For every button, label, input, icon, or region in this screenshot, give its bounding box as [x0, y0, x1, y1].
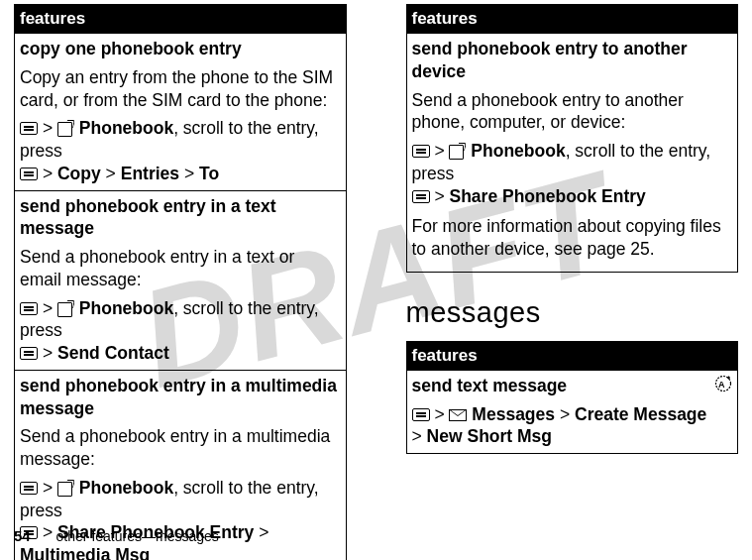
feature-title: send text message — [412, 375, 715, 397]
page-content: features copy one phonebook entry Copy a… — [14, 0, 738, 560]
feature-cell: copy one phonebook entry Copy an entry f… — [15, 34, 347, 191]
nav-item: Messages — [472, 404, 555, 424]
feature-nav-line2: > Send Contact — [20, 342, 341, 365]
gt-separator: > — [434, 404, 444, 424]
table-header: features — [406, 5, 738, 34]
nav-item: Share Phonebook Entry — [57, 522, 254, 542]
feature-nav-line1: > Phonebook, scroll to the entry, press — [412, 140, 733, 185]
feature-cell: send text message > Messages > Create Me… — [406, 370, 738, 453]
phonebook-icon — [57, 122, 74, 136]
menu-key-icon — [20, 302, 38, 315]
feature-cell: send phonebook entry to another device S… — [406, 34, 738, 273]
nav-item: New Short Msg — [427, 426, 552, 446]
menu-key-icon — [20, 526, 38, 539]
feature-nav-line2: > New Short Msg — [412, 425, 715, 448]
menu-key-icon — [20, 122, 38, 135]
gt-separator: > — [43, 522, 53, 542]
nav-item: Copy — [57, 164, 101, 183]
feature-cell: send phonebook entry in a multimedia mes… — [15, 370, 347, 560]
feature-title: send phonebook entry in a text message — [20, 195, 341, 241]
gt-separator: > — [43, 164, 53, 183]
section-heading: messages — [406, 296, 739, 329]
feature-nav-line2: > Share Phonebook Entry > Multimedia Msg — [20, 521, 341, 560]
gt-separator: > — [434, 141, 444, 161]
nav-item: Entries — [121, 164, 179, 183]
nav-item: Share Phonebook Entry — [449, 186, 645, 206]
nav-item: Phonebook — [79, 478, 173, 498]
right-column: features send phonebook entry to another… — [406, 4, 739, 560]
gt-separator: > — [259, 522, 269, 542]
gt-separator: > — [560, 404, 570, 424]
nav-item: Create Message — [575, 404, 706, 424]
gt-separator: > — [43, 478, 53, 498]
menu-key-icon — [412, 408, 430, 421]
nav-item: Multimedia Msg — [20, 545, 150, 560]
feature-nav-line2: > Share Phonebook Entry — [412, 185, 733, 208]
feature-title: send phonebook entry to another device — [412, 38, 733, 83]
feature-nav-line1: > Phonebook, scroll to the entry, press — [20, 477, 341, 522]
features-table-left: features copy one phonebook entry Copy a… — [14, 4, 347, 560]
gt-separator: > — [412, 426, 422, 446]
feature-cell: send phonebook entry in a text message S… — [15, 190, 347, 370]
features-table-right-top: features send phonebook entry to another… — [406, 4, 739, 273]
nav-item: Send Contact — [57, 343, 169, 363]
gt-separator: > — [434, 186, 444, 206]
feature-body: Copy an entry from the phone to the SIM … — [20, 66, 341, 112]
left-column: features copy one phonebook entry Copy a… — [14, 4, 347, 560]
nav-item: Phonebook — [471, 141, 565, 161]
envelope-icon — [449, 409, 467, 421]
gt-separator: > — [43, 343, 53, 363]
feature-body: Send a phonebook entry to another phone,… — [412, 89, 733, 135]
features-table-right-bottom: features send text message > Messages > … — [406, 341, 739, 454]
feature-body: Send a phonebook entry in a text or emai… — [20, 246, 341, 291]
feature-nav-line1: > Phonebook, scroll to the entry, press — [20, 297, 341, 343]
table-header: features — [15, 5, 347, 34]
gt-separator: > — [43, 118, 53, 138]
menu-key-icon — [20, 347, 38, 360]
operator-charge-icon — [714, 375, 732, 392]
gt-separator: > — [184, 164, 194, 183]
feature-title: send phonebook entry in a multimedia mes… — [20, 375, 341, 420]
nav-item: To — [199, 164, 219, 183]
menu-key-icon — [20, 482, 38, 495]
phonebook-icon — [57, 302, 74, 316]
menu-key-icon — [20, 168, 38, 180]
feature-nav-line2: > Copy > Entries > To — [20, 163, 341, 185]
gt-separator: > — [106, 164, 116, 183]
table-header: features — [406, 341, 738, 370]
menu-key-icon — [412, 190, 430, 203]
nav-item: Phonebook — [79, 118, 173, 138]
feature-body: Send a phonebook entry in a multimedia m… — [20, 425, 341, 471]
nav-item: Phonebook — [79, 298, 173, 318]
feature-after: For more information about copying files… — [412, 215, 733, 261]
phonebook-icon — [57, 482, 74, 496]
gt-separator: > — [43, 298, 53, 318]
feature-nav-line1: > Messages > Create Message — [412, 403, 715, 426]
phonebook-icon — [449, 145, 466, 159]
feature-nav-line1: > Phonebook, scroll to the entry, press — [20, 117, 341, 163]
menu-key-icon — [412, 145, 430, 158]
feature-title: copy one phonebook entry — [20, 38, 341, 60]
